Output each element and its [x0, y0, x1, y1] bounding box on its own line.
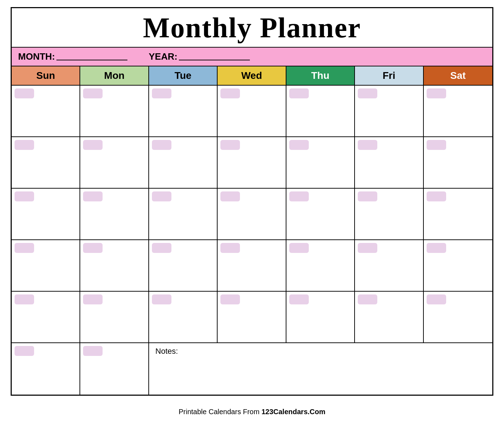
header-mon: Mon: [80, 66, 149, 85]
header-thu: Thu: [286, 66, 355, 85]
cell-r3-wed[interactable]: [218, 189, 286, 240]
date-badge: [427, 140, 446, 150]
date-badge: [289, 140, 309, 150]
month-input-line: [56, 53, 127, 60]
date-badge: [289, 88, 309, 98]
cell-r1-thu[interactable]: [286, 86, 355, 137]
date-badge: [152, 294, 171, 304]
cell-r1-sun[interactable]: [12, 86, 80, 137]
planner-container: Monthly Planner MONTH: YEAR: Sun Mon Tue…: [11, 7, 493, 396]
date-badge: [83, 346, 103, 356]
date-badge: [427, 294, 446, 304]
header-sat: Sat: [424, 66, 492, 85]
footer-text: Printable Calendars From: [179, 408, 261, 416]
cell-r4-sat[interactable]: [424, 240, 492, 292]
cell-r3-tue[interactable]: [149, 189, 218, 240]
cell-r1-wed[interactable]: [218, 86, 286, 137]
date-badge: [15, 88, 34, 98]
month-label: MONTH:: [18, 51, 55, 62]
cell-r3-mon[interactable]: [80, 189, 149, 240]
notes-area[interactable]: Notes:: [149, 343, 492, 395]
date-badge: [220, 88, 240, 98]
date-badge: [289, 243, 309, 253]
cell-r5-wed[interactable]: [218, 292, 286, 343]
date-badge: [289, 191, 309, 201]
header-sun: Sun: [12, 66, 80, 85]
date-badge: [83, 294, 103, 304]
date-badge: [358, 191, 377, 201]
cell-r1-sat[interactable]: [424, 86, 492, 137]
date-badge: [15, 140, 34, 150]
cell-r2-wed[interactable]: [218, 137, 286, 189]
days-header: Sun Mon Tue Wed Thu Fri Sat: [12, 66, 492, 86]
cell-r3-thu[interactable]: [286, 189, 355, 240]
cell-r3-sat[interactable]: [424, 189, 492, 240]
cell-r4-tue[interactable]: [149, 240, 218, 292]
cell-r5-sun[interactable]: [12, 292, 80, 343]
date-badge: [427, 88, 446, 98]
cell-r6-mon[interactable]: [80, 343, 149, 395]
cell-r1-mon[interactable]: [80, 86, 149, 137]
date-badge: [83, 140, 103, 150]
cell-r2-sun[interactable]: [12, 137, 80, 189]
cell-r5-thu[interactable]: [286, 292, 355, 343]
calendar-grid: [12, 86, 492, 343]
date-badge: [83, 243, 103, 253]
date-badge: [152, 140, 171, 150]
date-badge: [289, 294, 309, 304]
cell-r4-thu[interactable]: [286, 240, 355, 292]
cell-r2-sat[interactable]: [424, 137, 492, 189]
cell-r4-mon[interactable]: [80, 240, 149, 292]
date-badge: [152, 191, 171, 201]
date-badge: [220, 243, 240, 253]
date-badge: [83, 88, 103, 98]
date-badge: [220, 140, 240, 150]
date-badge: [15, 191, 34, 201]
cell-r5-fri[interactable]: [355, 292, 423, 343]
cell-r2-mon[interactable]: [80, 137, 149, 189]
date-badge: [83, 191, 103, 201]
page-title: Monthly Planner: [143, 12, 361, 43]
date-badge: [152, 243, 171, 253]
cell-r2-fri[interactable]: [355, 137, 423, 189]
title-row: Monthly Planner: [12, 8, 492, 48]
cell-r4-wed[interactable]: [218, 240, 286, 292]
cell-r5-mon[interactable]: [80, 292, 149, 343]
cell-r3-sun[interactable]: [12, 189, 80, 240]
month-year-row: MONTH: YEAR:: [12, 48, 492, 66]
cell-r1-fri[interactable]: [355, 86, 423, 137]
cell-r3-fri[interactable]: [355, 189, 423, 240]
cell-r2-thu[interactable]: [286, 137, 355, 189]
footer: Printable Calendars From 123Calendars.Co…: [179, 403, 325, 419]
year-input-line: [179, 53, 250, 60]
footer-brand: 123Calendars.Com: [262, 408, 325, 416]
header-fri: Fri: [355, 66, 423, 85]
date-badge: [220, 191, 240, 201]
date-badge: [358, 140, 377, 150]
date-badge: [152, 88, 171, 98]
header-tue: Tue: [149, 66, 218, 85]
date-badge: [15, 294, 34, 304]
cell-r6-sun[interactable]: [12, 343, 80, 395]
cell-r4-sun[interactable]: [12, 240, 80, 292]
cell-r5-sat[interactable]: [424, 292, 492, 343]
cell-r2-tue[interactable]: [149, 137, 218, 189]
notes-label: Notes:: [154, 345, 180, 358]
header-wed: Wed: [218, 66, 286, 85]
date-badge: [220, 294, 240, 304]
cell-r4-fri[interactable]: [355, 240, 423, 292]
cell-r5-tue[interactable]: [149, 292, 218, 343]
date-badge: [15, 243, 34, 253]
date-badge: [15, 346, 34, 356]
notes-row: Notes:: [12, 343, 492, 395]
cell-r1-tue[interactable]: [149, 86, 218, 137]
date-badge: [427, 191, 446, 201]
year-label: YEAR:: [149, 51, 177, 62]
date-badge: [358, 88, 377, 98]
date-badge: [358, 243, 377, 253]
date-badge: [358, 294, 377, 304]
date-badge: [427, 243, 446, 253]
